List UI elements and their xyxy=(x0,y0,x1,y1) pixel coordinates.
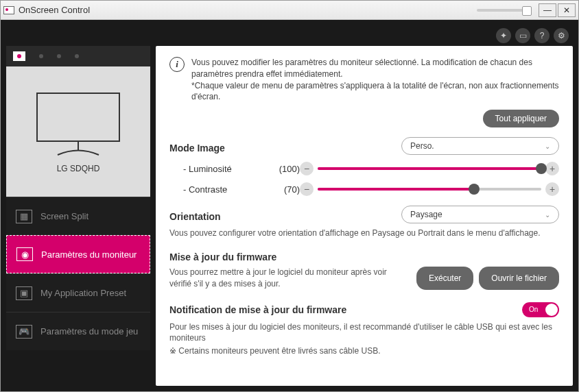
titlebar: OnScreen Control — ✕ xyxy=(1,1,578,20)
orientation-select[interactable]: Paysage ⌄ xyxy=(401,206,559,223)
settings-panel: i Vous pouvez modifier les paramètres du… xyxy=(156,46,573,386)
apply-row: Tout appliquer xyxy=(169,110,559,127)
sidebar-item-game-mode[interactable]: 🎮 Paramètres du mode jeu xyxy=(6,312,150,350)
toggle-knob xyxy=(545,304,558,316)
orientation-desc: Vous pouvez configurer votre orientation… xyxy=(169,228,559,239)
execute-button[interactable]: Exécuter xyxy=(416,267,473,290)
app-icon xyxy=(3,6,14,14)
monitor-tab-active[interactable] xyxy=(13,51,25,61)
sidebar-item-label: Screen Split xyxy=(40,211,88,221)
svg-rect-0 xyxy=(37,93,119,141)
sidebar-item-monitor-settings[interactable]: ◉ Paramètres du moniteur xyxy=(6,235,150,273)
orientation-row: Orientation Paysage ⌄ xyxy=(169,206,559,223)
brightness-label: - Luminosité xyxy=(169,164,265,174)
contrast-fill xyxy=(318,188,474,191)
contrast-thumb[interactable] xyxy=(469,184,480,195)
notification-title: Notification de mise à jour du firmware xyxy=(169,304,346,315)
mode-image-value: Perso. xyxy=(410,141,434,151)
brightness-track[interactable] xyxy=(318,167,541,170)
firmware-buttons: Exécuter Ouvrir le fichier xyxy=(416,267,559,290)
monitor-label: LG SDQHD xyxy=(57,164,100,173)
firmware-title: Mise à jour du firmware xyxy=(169,252,559,262)
orientation-label: Orientation xyxy=(169,211,401,222)
info-text: Vous pouvez modifier les paramètres du m… xyxy=(191,57,559,103)
contrast-minus-button[interactable]: − xyxy=(300,182,314,196)
mode-image-label: Mode Image xyxy=(169,143,401,154)
sidebar: LG SDQHD ▦ Screen Split ◉ Paramètres du … xyxy=(6,46,150,386)
info-row: i Vous pouvez modifier les paramètres du… xyxy=(169,57,559,103)
close-button[interactable]: ✕ xyxy=(558,3,576,17)
contrast-row: - Contraste (70) − + xyxy=(169,182,559,196)
apply-all-button[interactable]: Tout appliquer xyxy=(483,110,559,127)
sidebar-item-label: Paramètres du mode jeu xyxy=(40,326,138,336)
main-area: LG SDQHD ▦ Screen Split ◉ Paramètres du … xyxy=(6,46,573,386)
brightness-thumb[interactable] xyxy=(536,163,547,174)
content-area: ✦ ▭ ? ⚙ LG SDQHD xyxy=(1,20,578,391)
titlebar-slider[interactable] xyxy=(477,9,532,12)
contrast-plus-button[interactable]: + xyxy=(545,182,559,196)
sidebar-item-app-preset[interactable]: ▣ My Application Preset xyxy=(6,273,150,312)
chevron-down-icon: ⌄ xyxy=(545,211,550,219)
sidebar-item-screen-split[interactable]: ▦ Screen Split xyxy=(6,197,150,235)
notification-desc1: Pour les mises à jour du logiciel des mo… xyxy=(169,321,559,345)
brightness-slider: − + xyxy=(300,162,559,175)
nav: ▦ Screen Split ◉ Paramètres du moniteur … xyxy=(6,197,150,386)
mode-image-select[interactable]: Perso. ⌄ xyxy=(401,137,559,155)
brightness-row: - Luminosité (100) − + xyxy=(169,162,559,175)
monitor-tab-dot[interactable] xyxy=(75,54,79,58)
toggle-label: On xyxy=(529,306,538,313)
orientation-value: Paysage xyxy=(410,210,442,219)
minimize-button[interactable]: — xyxy=(539,3,556,17)
brightness-minus-button[interactable]: − xyxy=(300,162,314,175)
help-icon[interactable]: ? xyxy=(534,28,550,43)
contrast-label: - Contraste xyxy=(169,184,265,195)
brightness-fill xyxy=(318,167,541,170)
contrast-value: (70) xyxy=(265,184,300,195)
monitor-preview: LG SDQHD xyxy=(6,66,150,197)
mode-image-row: Mode Image Perso. ⌄ xyxy=(169,137,559,155)
gear-icon[interactable]: ⚙ xyxy=(554,28,569,43)
monitor-settings-icon: ◉ xyxy=(16,247,33,261)
game-mode-icon: 🎮 xyxy=(16,325,32,339)
notification-row: Notification de mise à jour du firmware … xyxy=(169,302,559,317)
sidebar-item-label: Paramètres du moniteur xyxy=(41,249,137,260)
info-icon: i xyxy=(169,57,185,72)
cursor-icon[interactable]: ✦ xyxy=(496,28,511,43)
brightness-value: (100) xyxy=(265,164,300,174)
notification-desc2: ※ Certains moniteurs peuvent être livrés… xyxy=(169,345,559,357)
monitor-icon xyxy=(30,90,126,158)
sidebar-item-label: My Application Preset xyxy=(40,288,126,298)
info-line1: Vous pouvez modifier les paramètres du m… xyxy=(191,57,559,80)
app-window: OnScreen Control — ✕ ✦ ▭ ? ⚙ xyxy=(0,0,579,392)
monitor-tab-dot[interactable] xyxy=(57,54,61,58)
toolbar: ✦ ▭ ? ⚙ xyxy=(6,25,573,46)
window-icon[interactable]: ▭ xyxy=(515,28,530,43)
info-line2: *Chaque valeur de menu de paramètres s'a… xyxy=(191,80,559,103)
screen-split-icon: ▦ xyxy=(16,210,32,223)
contrast-track[interactable] xyxy=(318,188,541,191)
firmware-row: Vous pourrez mettre à jour le logiciel d… xyxy=(169,267,559,290)
monitor-tab-dot[interactable] xyxy=(39,54,43,58)
open-file-button[interactable]: Ouvrir le fichier xyxy=(479,267,559,290)
firmware-desc: Vous pourrez mettre à jour le logiciel d… xyxy=(169,267,405,290)
window-title: OnScreen Control xyxy=(19,5,477,15)
contrast-slider: − + xyxy=(300,182,559,196)
notification-toggle[interactable]: On xyxy=(522,302,559,317)
brightness-plus-button[interactable]: + xyxy=(545,162,559,175)
app-preset-icon: ▣ xyxy=(16,286,32,300)
chevron-down-icon: ⌄ xyxy=(545,143,550,150)
monitor-tabs xyxy=(6,46,150,66)
